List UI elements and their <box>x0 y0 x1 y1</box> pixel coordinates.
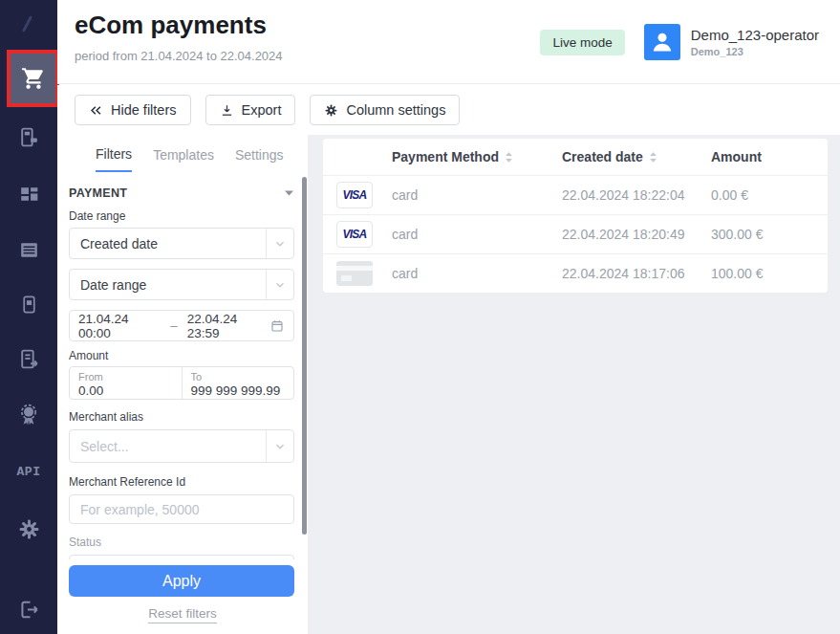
date-range-input[interactable]: 21.04.24 00:00 – 22.04.24 23:59 <box>69 310 294 341</box>
sidebar-item-mobile-payments[interactable] <box>0 292 57 317</box>
table-row[interactable]: VISA card 22.04.2024 18:22:04 0.00 € <box>323 175 828 214</box>
tab-filters[interactable]: Filters <box>96 136 132 172</box>
logout-icon <box>17 598 41 622</box>
receipt-icon <box>17 238 41 262</box>
page-subtitle: period from 21.04.2024 to 22.04.2024 <box>75 49 283 63</box>
merchant-ref-input[interactable] <box>70 495 293 523</box>
filter-panel-scrollbar[interactable] <box>302 177 307 535</box>
date-to-value: 22.04.24 23:59 <box>187 312 269 340</box>
main-content: FiltersTemplatesSettings PAYMENT Date ra… <box>57 135 840 634</box>
date-from-value: 21.04.24 00:00 <box>78 312 161 340</box>
generic-card-icon <box>336 261 373 286</box>
payments-table: Payment MethodCreated dateAmount VISA ca… <box>323 139 828 293</box>
dashboard-grid-icon <box>17 183 41 207</box>
avatar[interactable] <box>644 24 680 60</box>
payment-method-cell: card <box>392 227 562 242</box>
merchant-ref-label: Merchant Reference Id <box>69 475 185 489</box>
page-header: eCom payments period from 21.04.2024 to … <box>57 0 840 84</box>
award-rosette-icon <box>16 403 41 427</box>
sidebar-item-dashboard[interactable] <box>0 182 57 207</box>
shopping-cart-icon <box>21 66 46 91</box>
user-icon <box>648 28 677 56</box>
chevron-down-icon <box>266 270 293 299</box>
table-row[interactable]: VISA card 22.04.2024 18:20:49 300.00 € <box>323 214 828 253</box>
chevron-down-icon <box>266 229 293 258</box>
sidebar-logo <box>22 15 32 32</box>
table-header: Payment MethodCreated dateAmount <box>323 139 828 175</box>
gear-icon <box>324 103 338 118</box>
created-date-cell: 22.04.2024 18:22:04 <box>562 187 711 203</box>
sidebar-item-pos-terminal[interactable] <box>0 124 57 149</box>
payment-section-title: PAYMENT <box>69 186 127 200</box>
sidebar-item-shop-selected[interactable] <box>7 50 59 107</box>
amount-label: Amount <box>69 349 108 362</box>
mobile-device-icon <box>18 294 40 316</box>
export-button[interactable]: Export <box>205 95 296 125</box>
merchant-ref-field <box>69 494 294 524</box>
amount-to-field[interactable]: To 999 999 999.99 <box>182 367 294 399</box>
visa-badge: VISA <box>336 182 373 208</box>
pos-terminal-icon <box>17 125 41 149</box>
user-org: Demo_123 <box>691 46 819 57</box>
sidebar-item-receipts[interactable] <box>0 237 57 262</box>
sidebar-item-logout[interactable] <box>0 597 57 622</box>
payment-method-cell: card <box>392 187 562 203</box>
hide-filters-button[interactable]: Hide filters <box>75 95 191 125</box>
chevron-down-icon <box>266 430 293 462</box>
filter-tabs: FiltersTemplatesSettings <box>57 135 308 173</box>
amount-from-field[interactable]: From 0.00 <box>70 367 182 399</box>
reset-filters-link[interactable]: Reset filters <box>57 606 308 621</box>
invoice-edit-icon <box>17 347 41 371</box>
double-chevron-left-icon <box>89 103 103 118</box>
tab-settings[interactable]: Settings <box>235 137 284 171</box>
toolbar: Hide filters Export Column settings <box>57 85 840 135</box>
amount-cell: 300.00 € <box>711 227 828 242</box>
api-icon: API <box>17 465 41 479</box>
amount-cell: 0.00 € <box>711 187 828 203</box>
col-payment-method[interactable]: Payment Method <box>392 149 562 164</box>
date-separator: – <box>170 318 178 333</box>
page-title: eCom payments <box>75 11 267 40</box>
download-icon <box>220 103 234 118</box>
amount-cell: 100.00 € <box>711 266 828 281</box>
date-field-select[interactable]: Created date <box>69 228 294 259</box>
filter-panel-footer: Apply Reset filters <box>57 559 308 634</box>
sidebar: API <box>0 0 57 634</box>
sidebar-item-invoices[interactable] <box>0 346 57 371</box>
payment-method-cell: card <box>392 266 562 281</box>
table-body: VISA card 22.04.2024 18:22:04 0.00 € VIS… <box>323 175 828 293</box>
filter-panel: FiltersTemplatesSettings PAYMENT Date ra… <box>57 135 308 634</box>
date-range-label: Date range <box>69 209 125 223</box>
live-mode-badge: Live mode <box>540 30 624 55</box>
merchant-alias-select[interactable]: Select... <box>69 429 294 463</box>
merchant-alias-label: Merchant alias <box>69 410 143 424</box>
amount-range-input: From 0.00 To 999 999 999.99 <box>69 366 294 400</box>
table-row[interactable]: card 22.04.2024 18:17:06 100.00 € <box>323 253 828 293</box>
sidebar-item-settings[interactable] <box>0 516 57 541</box>
created-date-cell: 22.04.2024 18:17:06 <box>562 266 711 281</box>
visa-badge: VISA <box>336 221 373 248</box>
user-menu[interactable]: Demo_123-operator Demo_123 <box>691 27 819 57</box>
tab-templates[interactable]: Templates <box>153 137 214 171</box>
user-name: Demo_123-operator <box>691 27 819 43</box>
apply-button[interactable]: Apply <box>69 565 294 597</box>
status-label: Status <box>69 536 101 549</box>
calendar-icon[interactable] <box>269 318 285 334</box>
created-date-cell: 22.04.2024 18:20:49 <box>562 227 711 242</box>
range-type-select[interactable]: Date range <box>69 269 294 300</box>
col-created-date[interactable]: Created date <box>562 149 711 164</box>
sidebar-item-awards[interactable] <box>0 402 57 428</box>
collapse-caret-icon[interactable] <box>284 189 294 197</box>
col-amount: Amount <box>711 149 828 164</box>
gear-icon <box>17 517 41 541</box>
column-settings-button[interactable]: Column settings <box>310 95 460 125</box>
sidebar-item-api[interactable]: API <box>0 462 57 481</box>
